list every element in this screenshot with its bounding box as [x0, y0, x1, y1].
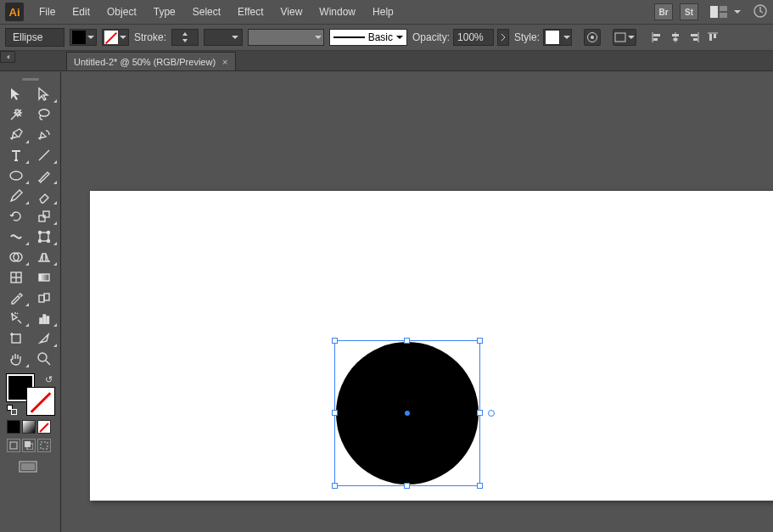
menu-object[interactable]: Object [100, 3, 143, 21]
document-tab[interactable]: Untitled-2* @ 50% (RGB/Preview) × [66, 52, 236, 70]
draw-inside[interactable] [37, 439, 51, 452]
align-center-button[interactable] [667, 29, 684, 46]
resize-handle-tm[interactable] [404, 338, 410, 344]
chevron-down-icon [628, 36, 635, 39]
stroke-swatch[interactable] [102, 29, 129, 46]
menu-help[interactable]: Help [366, 3, 401, 21]
rotate-tool[interactable] [2, 206, 31, 227]
swap-fill-stroke-icon[interactable]: ↺ [45, 374, 53, 385]
resize-handle-bm[interactable] [404, 483, 410, 489]
column-graph-tool[interactable] [31, 308, 59, 328]
type-tool[interactable] [2, 145, 31, 165]
magic-wand-tool[interactable] [2, 104, 31, 125]
chevron-down-icon [396, 36, 403, 39]
align-to-dropdown[interactable] [613, 29, 636, 46]
symbol-sprayer-tool[interactable] [2, 308, 31, 328]
resize-handle-tr[interactable] [477, 338, 483, 344]
selection-bounding-box[interactable] [334, 340, 480, 486]
double-chevron-icon: ‹‹ [7, 53, 8, 61]
selection-type-dropdown[interactable]: Ellipse [5, 28, 64, 47]
slice-tool[interactable] [31, 328, 59, 349]
perspective-grid-tool[interactable] [31, 247, 59, 267]
menu-select[interactable]: Select [186, 3, 227, 21]
resize-handle-mr[interactable] [477, 410, 483, 416]
resize-handle-tl[interactable] [332, 338, 338, 344]
pencil-tool[interactable] [2, 186, 31, 206]
arrange-documents-button[interactable] [709, 4, 729, 20]
chevron-down-icon [315, 36, 322, 39]
screen-mode-button[interactable] [19, 461, 59, 477]
free-transform-tool[interactable] [31, 227, 59, 247]
blend-tool[interactable] [31, 288, 59, 308]
ellipse-tool[interactable] [2, 165, 31, 186]
collapse-dock-button[interactable]: ‹‹ [0, 51, 15, 63]
menu-effect[interactable]: Effect [231, 3, 270, 21]
draw-mode-row [7, 439, 59, 452]
svg-rect-17 [709, 34, 712, 41]
opacity-field[interactable]: 100% [453, 29, 494, 46]
stock-button[interactable]: St [680, 3, 698, 20]
menu-file[interactable]: File [32, 3, 62, 21]
pen-tool[interactable] [2, 125, 31, 145]
color-mode-solid[interactable] [7, 420, 20, 434]
align-right-button[interactable] [686, 29, 703, 46]
zoom-tool[interactable] [31, 349, 59, 369]
svg-point-27 [39, 240, 42, 243]
close-tab-button[interactable]: × [222, 57, 227, 67]
draw-normal[interactable] [7, 439, 20, 452]
lasso-tool[interactable] [31, 104, 59, 125]
curvature-tool[interactable] [31, 125, 59, 145]
scale-tool[interactable] [31, 206, 59, 227]
stroke-weight-field[interactable] [171, 29, 199, 46]
menu-edit[interactable]: Edit [65, 3, 97, 21]
stroke-profile-dropdown[interactable] [204, 29, 243, 46]
eyedropper-tool[interactable] [2, 288, 31, 308]
gpu-preview-icon[interactable] [753, 3, 768, 21]
artboard-tool[interactable] [2, 328, 31, 349]
draw-behind[interactable] [22, 439, 36, 452]
resize-handle-br[interactable] [477, 483, 483, 489]
recolor-artwork-button[interactable] [584, 29, 601, 46]
direct-selection-tool[interactable] [31, 84, 59, 104]
align-left-button[interactable] [648, 29, 665, 46]
canvas-area[interactable] [63, 72, 773, 532]
gradient-tool[interactable] [31, 267, 59, 288]
menu-type[interactable]: Type [147, 3, 182, 21]
tools-panel: ↺ [0, 72, 61, 532]
color-mode-gradient[interactable] [22, 420, 36, 434]
stroke-proxy[interactable] [27, 388, 54, 415]
opacity-flyout-button[interactable] [497, 29, 509, 46]
resize-handle-ml[interactable] [332, 410, 338, 416]
opacity-label: Opacity: [412, 31, 450, 43]
align-top-button[interactable] [704, 29, 721, 46]
style-label: Style: [514, 31, 540, 43]
svg-point-25 [39, 232, 42, 234]
width-tool[interactable] [2, 227, 31, 247]
svg-point-28 [48, 240, 50, 243]
resize-handle-bl[interactable] [332, 483, 338, 489]
fill-swatch[interactable] [70, 29, 97, 46]
menu-view[interactable]: View [274, 3, 310, 21]
default-fill-stroke-icon[interactable] [7, 405, 17, 415]
svg-rect-39 [43, 315, 46, 323]
pie-widget-handle[interactable] [488, 410, 495, 417]
mesh-tool[interactable] [2, 267, 31, 288]
fill-caret-icon [87, 36, 94, 39]
arrange-documents-caret[interactable] [734, 10, 741, 14]
hand-tool[interactable] [2, 349, 31, 369]
brush-definition-dropdown[interactable]: Basic [329, 29, 407, 46]
line-segment-tool[interactable] [31, 145, 59, 165]
panel-grip[interactable] [2, 76, 59, 82]
shape-builder-tool[interactable] [2, 247, 31, 267]
eraser-tool[interactable] [31, 186, 59, 206]
bridge-button[interactable]: Br [654, 3, 673, 20]
paintbrush-tool[interactable] [31, 165, 59, 186]
svg-rect-23 [43, 211, 49, 217]
variable-width-profile[interactable] [248, 29, 324, 46]
menu-window[interactable]: Window [312, 3, 362, 21]
color-mode-row [7, 420, 59, 434]
selection-tool[interactable] [2, 84, 31, 104]
color-mode-none[interactable] [37, 420, 51, 434]
graphic-style-dropdown[interactable] [543, 29, 572, 46]
fill-stroke-control[interactable]: ↺ [7, 374, 54, 415]
